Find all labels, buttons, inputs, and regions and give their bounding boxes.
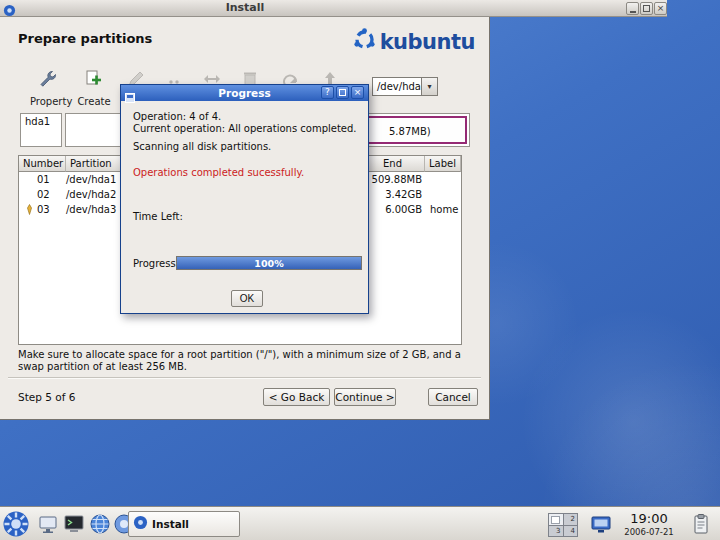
clock-time: 19:00 [618, 511, 680, 526]
desktop: Install × Prepare partitions kubuntu Pr [0, 0, 720, 540]
wrench-icon [38, 69, 58, 89]
taskbar: Install 1 2 3 4 19:00 2006-07-21 [0, 506, 720, 540]
klipper-clipboard-icon[interactable] [690, 513, 712, 535]
task-window-icon [133, 515, 148, 534]
progress-dialog-titlebar[interactable]: Progress ? × [121, 85, 368, 101]
property-label: Property [30, 96, 66, 107]
close-icon: × [657, 4, 665, 13]
page-title: Prepare partitions [18, 31, 152, 46]
cell-end: 509.88MB [361, 174, 425, 185]
clock-date: 2006-07-21 [618, 527, 680, 537]
pager-desktop-1[interactable]: 1 [549, 514, 563, 525]
web-browser-globe-icon[interactable] [88, 512, 112, 536]
dialog-close-button[interactable]: × [351, 86, 364, 99]
window-title: Install [0, 1, 490, 14]
kubuntu-logo: kubuntu [352, 27, 475, 56]
system-tray-monitor-icon[interactable] [590, 513, 612, 535]
kmenu-button[interactable] [2, 510, 30, 538]
operation-count-text: Operation: 4 of 4. [133, 111, 221, 122]
create-icon [84, 69, 104, 89]
device-combo[interactable]: /dev/hda ▾ [372, 77, 438, 96]
ok-button[interactable]: OK [231, 290, 263, 307]
close-button[interactable]: × [654, 2, 667, 15]
cancel-button[interactable]: Cancel [428, 388, 478, 406]
cell-end: 3.42GB [361, 189, 425, 200]
taskbar-install-task[interactable]: Install [128, 511, 240, 537]
taskbar-clock[interactable]: 19:00 2006-07-21 [618, 511, 680, 537]
dialog-maximize-button[interactable] [336, 86, 349, 99]
cell-end: 6.00GB [361, 204, 425, 215]
maximize-icon [339, 89, 346, 96]
maximize-button[interactable] [640, 2, 653, 15]
disk-tab-hda1[interactable]: hda1 [20, 113, 62, 147]
minimize-icon [630, 11, 636, 13]
task-label: Install [152, 518, 189, 530]
progress-percent-text: 100% [177, 258, 361, 269]
go-back-button[interactable]: < Go Back [263, 388, 330, 406]
desktop-pager: 1 2 3 4 [548, 513, 578, 537]
pager-desktop-2[interactable]: 2 [564, 514, 578, 525]
step-indicator: Step 5 of 6 [18, 391, 75, 403]
minimize-button[interactable] [626, 2, 639, 15]
cell-number: 02 [19, 189, 66, 200]
create-label: Create [76, 96, 112, 107]
header-end[interactable]: End [361, 156, 425, 172]
time-left-label: Time Left: [133, 211, 183, 222]
kubuntu-logo-text: kubuntu [380, 30, 475, 54]
chevron-down-icon[interactable]: ▾ [421, 78, 437, 95]
footer-divider [8, 377, 481, 379]
current-operation-text: Current operation: All operations comple… [133, 123, 357, 134]
continue-button[interactable]: Continue > [334, 388, 396, 406]
terminal-icon[interactable] [62, 512, 86, 536]
cell-number: 01 [19, 174, 66, 185]
header-number[interactable]: Number [19, 156, 66, 172]
scanning-text: Scanning all disk partitions. [133, 141, 271, 152]
pager-desktop-3[interactable]: 3 [549, 526, 563, 537]
property-toolbar-button[interactable]: Property [30, 69, 66, 115]
disk-tab-label: hda1 [25, 116, 50, 127]
partition-flag-icon [24, 204, 35, 215]
maximize-icon [643, 5, 650, 12]
partition-segment-text: 5.87MB) [389, 126, 431, 137]
progress-dialog: Progress ? × Operation: 4 of 4. Current … [120, 84, 369, 314]
partition-help-text: Make sure to allocate space for a root p… [18, 349, 476, 373]
header-label[interactable]: Label [425, 156, 461, 172]
dialog-help-button[interactable]: ? [321, 86, 334, 99]
install-window-titlebar[interactable]: Install × [0, 0, 667, 17]
status-message: Operations completed sucessfully. [133, 167, 304, 178]
cell-label: home [425, 204, 461, 215]
create-toolbar-button[interactable]: Create [76, 69, 112, 115]
show-desktop-icon[interactable] [36, 512, 60, 536]
progress-label: Progress: [133, 258, 179, 269]
device-combo-value: /dev/hda [373, 78, 421, 95]
progress-bar: 100% [176, 256, 362, 270]
pager-desktop-4[interactable]: 4 [564, 526, 578, 537]
kubuntu-gear-icon [352, 27, 377, 56]
